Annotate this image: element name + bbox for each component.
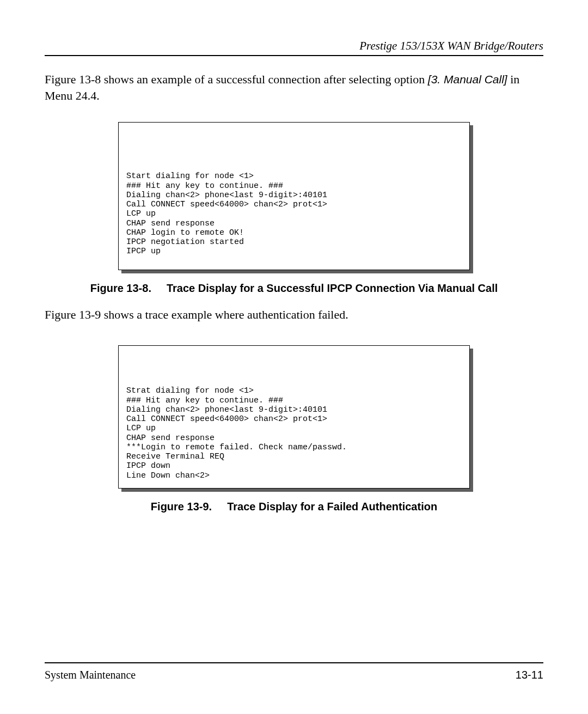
footer-section-title: System Maintenance — [45, 669, 136, 681]
trace-output-failed: Strat dialing for node <1> ### Hit any k… — [118, 345, 470, 489]
figure-13-8-box: Start dialing for node <1> ### Hit any k… — [118, 122, 470, 270]
caption-1-number: Figure 13-8. — [90, 282, 151, 294]
page-footer: System Maintenance 13-11 — [45, 662, 543, 681]
figure-13-9-caption: Figure 13-9.Trace Display for a Failed A… — [45, 501, 543, 513]
footer-rule: System Maintenance 13-11 — [45, 662, 543, 681]
footer-page-number: 13-11 — [516, 669, 543, 681]
manual-call-reference: [3. Manual Call] — [428, 73, 507, 86]
figure-13-9-box: Strat dialing for node <1> ### Hit any k… — [118, 345, 470, 489]
paragraph-1: Figure 13-8 shows an example of a succes… — [45, 71, 543, 103]
running-header: Prestige 153/153X WAN Bridge/Routers — [45, 39, 543, 55]
header-rule: Prestige 153/153X WAN Bridge/Routers — [45, 39, 543, 56]
paragraph-2: Figure 13-9 shows a trace example where … — [45, 307, 543, 323]
caption-2-text: Trace Display for a Failed Authenticatio… — [227, 501, 437, 512]
caption-2-number: Figure 13-9. — [151, 501, 212, 512]
paragraph-1-part-a: Figure 13-8 shows an example of a succes… — [45, 72, 428, 86]
page: Prestige 153/153X WAN Bridge/Routers Fig… — [0, 0, 588, 714]
trace-output-success: Start dialing for node <1> ### Hit any k… — [118, 122, 470, 270]
figure-13-8-caption: Figure 13-8.Trace Display for a Successf… — [45, 282, 543, 295]
caption-1-text: Trace Display for a Successful IPCP Conn… — [167, 282, 498, 294]
